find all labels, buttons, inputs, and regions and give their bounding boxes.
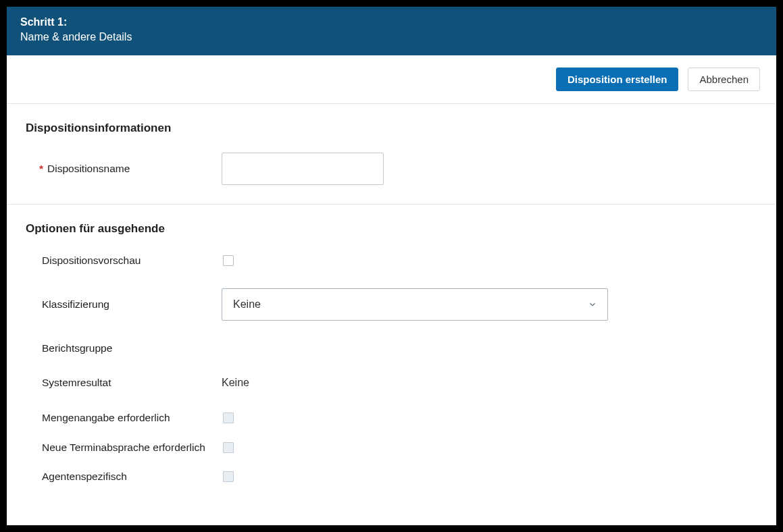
label-systemresult: Systemresultat	[32, 375, 222, 390]
row-systemresult: Systemresultat Keine	[26, 375, 757, 390]
section-outbound-options: Optionen für ausgehende Dispositionsvors…	[7, 205, 776, 484]
row-reportgroup: Berichtsgruppe	[26, 341, 757, 356]
row-reschedule-required: Neue Terminabsprache erforderlich	[26, 440, 757, 455]
disposition-preview-checkbox[interactable]	[223, 255, 234, 266]
disposition-name-input[interactable]	[222, 153, 384, 185]
row-disposition-name: * Dispositionsname	[26, 153, 757, 185]
wizard-panel: Schritt 1: Name & andere Details Disposi…	[7, 7, 776, 525]
section-title-outbound: Optionen für ausgehende	[26, 222, 757, 236]
quantity-required-checkbox[interactable]	[223, 413, 234, 423]
step-subtitle: Name & andere Details	[20, 31, 763, 43]
row-agent-specific: Agentenspezifisch	[26, 469, 757, 484]
agent-specific-checkbox[interactable]	[223, 471, 234, 482]
cancel-button[interactable]: Abbrechen	[688, 68, 760, 91]
label-quantity-required: Mengenangabe erforderlich	[32, 410, 222, 425]
label-classification: Klassifizierung	[32, 297, 222, 312]
step-label: Schritt 1:	[20, 16, 763, 28]
label-disposition-name: * Dispositionsname	[32, 161, 222, 176]
row-quantity-required: Mengenangabe erforderlich	[26, 410, 757, 425]
label-reschedule-required: Neue Terminabsprache erforderlich	[32, 440, 222, 455]
reschedule-required-checkbox[interactable]	[223, 442, 234, 453]
classification-select[interactable]: Keine	[222, 288, 608, 321]
systemresult-value: Keine	[222, 377, 249, 389]
label-disposition-preview: Dispositionsvorschau	[32, 253, 222, 268]
row-disposition-preview: Dispositionsvorschau	[26, 253, 757, 268]
label-agent-specific: Agentenspezifisch	[32, 469, 222, 484]
classification-select-wrap: Keine	[222, 288, 608, 321]
required-asterisk: *	[39, 161, 43, 176]
section-title-info: Dispositionsinformationen	[26, 122, 757, 135]
wizard-header: Schritt 1: Name & andere Details	[7, 7, 776, 55]
action-bar: Disposition erstellen Abbrechen	[7, 55, 776, 104]
create-disposition-button[interactable]: Disposition erstellen	[556, 68, 679, 91]
section-disposition-info: Dispositionsinformationen * Dispositions…	[7, 104, 776, 205]
row-classification: Klassifizierung Keine	[26, 288, 757, 321]
label-reportgroup: Berichtsgruppe	[32, 341, 222, 356]
